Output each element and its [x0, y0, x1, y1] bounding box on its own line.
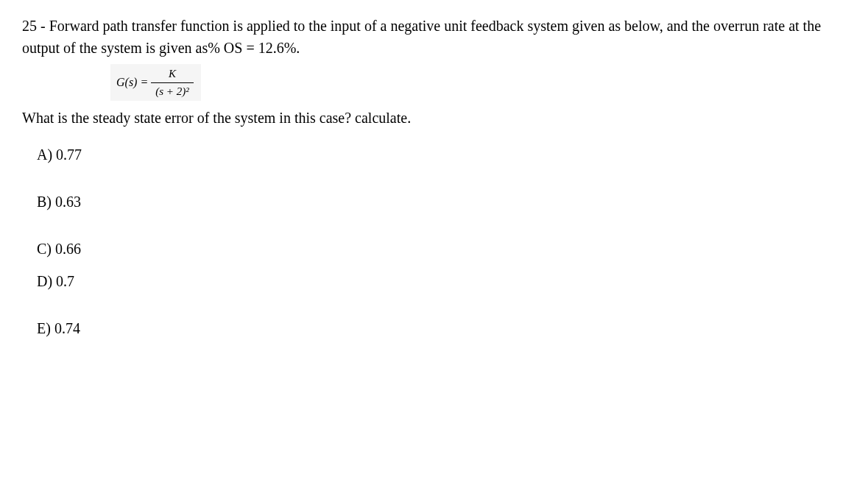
formula-block: G(s) = K (s + 2)² — [110, 64, 201, 101]
formula-lhs: G(s) = — [116, 74, 148, 91]
option-c[interactable]: C) 0.66 — [37, 238, 846, 260]
formula-fraction: K (s + 2)² — [151, 66, 193, 99]
option-b[interactable]: B) 0.63 — [37, 191, 846, 213]
question-followup: What is the steady state error of the sy… — [22, 107, 846, 129]
formula-denominator: (s + 2)² — [151, 82, 193, 100]
option-d[interactable]: D) 0.7 — [37, 270, 846, 292]
formula-numerator: K — [164, 66, 180, 82]
options-list: A) 0.77 B) 0.63 C) 0.66 D) 0.7 E) 0.74 — [22, 144, 846, 364]
option-a[interactable]: A) 0.77 — [37, 144, 846, 166]
question-prompt: 25 - Forward path transfer function is a… — [22, 15, 846, 59]
option-e[interactable]: E) 0.74 — [37, 317, 846, 339]
